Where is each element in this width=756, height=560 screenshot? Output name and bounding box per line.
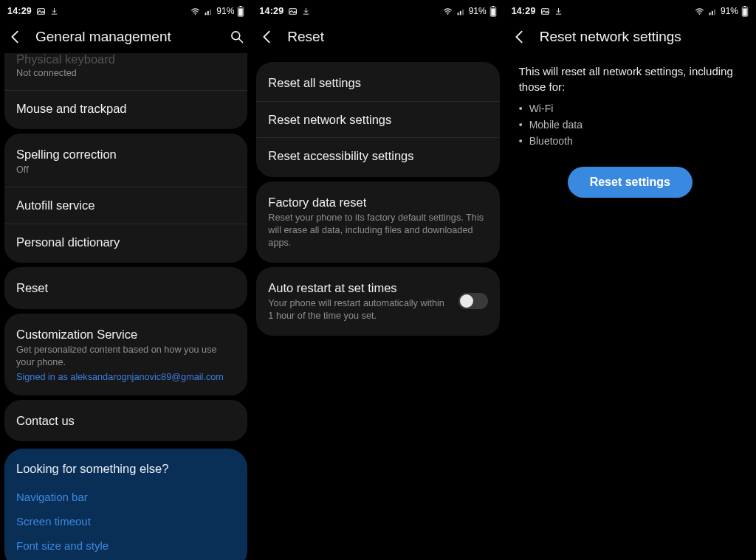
svg-rect-25 (743, 8, 747, 15)
factory-sub: Reset your phone to its factory default … (268, 212, 487, 249)
item-reset-accessibility[interactable]: Reset accessibility settings (256, 138, 499, 174)
screen-reset-network: 14:29 91% (504, 0, 756, 560)
download-icon (554, 7, 563, 16)
item-reset-network[interactable]: Reset network settings (256, 102, 499, 139)
mouse-trackpad-label: Mouse and trackpad (16, 101, 236, 117)
reset-accessibility-label: Reset accessibility settings (268, 148, 487, 164)
group-auto-restart: Auto restart at set times Your phone wil… (256, 267, 499, 336)
item-autofill-service[interactable]: Autofill service (4, 187, 247, 224)
battery-percent: 91% (216, 6, 234, 16)
reset-all-label: Reset all settings (268, 75, 487, 91)
group-reset-options: Reset all settings Reset network setting… (256, 62, 499, 177)
status-bar: 14:29 91% (252, 0, 504, 21)
reset-bullet-list: Wi-Fi Mobile data Bluetooth (504, 100, 756, 149)
item-reset-all[interactable]: Reset all settings (256, 65, 499, 102)
card-title: Looking for something else? (16, 462, 236, 476)
item-reset[interactable]: Reset (4, 270, 247, 306)
status-time: 14:29 (512, 6, 536, 16)
group-customization: Customization Service Get personalized c… (4, 314, 247, 395)
page-title: Reset (287, 29, 496, 45)
app-header: Reset network settings (504, 21, 756, 53)
auto-restart-toggle[interactable] (458, 293, 488, 309)
link-font-size-style[interactable]: Font size and style (16, 533, 236, 558)
bullet-bluetooth: Bluetooth (519, 133, 741, 149)
battery-percent: 91% (469, 6, 487, 16)
svg-rect-20 (709, 13, 711, 15)
status-time: 14:29 (259, 6, 284, 16)
group-factory-reset: Factory data reset Reset your phone to i… (256, 182, 499, 263)
app-header: General management (0, 21, 252, 53)
signal-icon (708, 7, 718, 16)
physical-keyboard-label: Physical keyboard (16, 53, 236, 66)
link-navigation-bar[interactable]: Navigation bar (16, 485, 236, 509)
signal-icon (456, 7, 466, 16)
customization-signed-in: Signed in as aleksandarognjanovic89@gmai… (16, 372, 236, 382)
factory-label: Factory data reset (268, 195, 487, 210)
image-icon (288, 7, 298, 16)
card-looking-for-else: Looking for something else? Navigation b… (4, 449, 247, 560)
download-icon (50, 7, 58, 16)
customization-sub: Get personalized content based on how yo… (16, 344, 236, 369)
signal-icon (204, 7, 213, 16)
svg-point-19 (699, 13, 700, 14)
physical-keyboard-sub: Not connected (16, 67, 236, 80)
svg-rect-14 (462, 9, 464, 15)
spelling-label: Spelling correction (16, 147, 236, 162)
bullet-wifi: Wi-Fi (519, 100, 741, 117)
screen-reset: 14:29 91% (252, 0, 504, 560)
back-icon[interactable] (259, 29, 275, 45)
page-title: General management (35, 29, 212, 45)
battery-icon (741, 6, 749, 17)
reset-label: Reset (16, 280, 236, 296)
svg-rect-12 (457, 13, 458, 15)
status-bar: 14:29 91% (0, 0, 252, 21)
customization-label: Customization Service (16, 327, 236, 342)
battery-icon (237, 6, 244, 17)
battery-percent: 91% (721, 6, 738, 16)
auto-restart-label: Auto restart at set times (268, 280, 449, 296)
svg-rect-3 (207, 10, 209, 14)
wifi-icon (190, 7, 201, 16)
group-contact: Contact us (4, 400, 247, 442)
reset-settings-button[interactable]: Reset settings (568, 167, 693, 198)
svg-rect-22 (714, 9, 715, 15)
image-icon (540, 7, 550, 16)
item-auto-restart[interactable]: Auto restart at set times Your phone wil… (256, 270, 499, 333)
auto-restart-sub: Your phone will restart automatically wi… (268, 297, 449, 322)
link-screen-timeout[interactable]: Screen timeout (16, 509, 236, 533)
back-icon[interactable] (7, 29, 24, 45)
group-reset: Reset (4, 267, 247, 309)
spelling-sub: Off (16, 164, 236, 176)
battery-icon (489, 6, 497, 17)
app-header: Reset (252, 21, 504, 53)
item-factory-reset[interactable]: Factory data reset Reset your phone to i… (256, 184, 499, 260)
download-icon (302, 7, 310, 16)
svg-rect-8 (239, 8, 244, 15)
svg-rect-2 (205, 13, 207, 15)
group-text-services: Spelling correction Off Autofill service… (4, 134, 247, 263)
item-customization-service[interactable]: Customization Service Get personalized c… (4, 317, 247, 393)
reset-network-label: Reset network settings (268, 112, 487, 128)
dictionary-label: Personal dictionary (16, 235, 236, 250)
search-icon[interactable] (224, 30, 244, 44)
status-bar: 14:29 91% (504, 0, 756, 21)
svg-rect-13 (460, 10, 461, 14)
item-mouse-trackpad[interactable]: Mouse and trackpad (4, 91, 247, 127)
autofill-label: Autofill service (16, 198, 236, 213)
item-personal-dictionary[interactable]: Personal dictionary (4, 224, 247, 260)
svg-point-11 (447, 13, 447, 14)
item-spelling-correction[interactable]: Spelling correction Off (4, 136, 247, 187)
status-time: 14:29 (7, 6, 32, 16)
bullet-mobile-data: Mobile data (519, 117, 741, 133)
screen-general-management: 14:29 91% (0, 0, 252, 560)
item-physical-keyboard[interactable]: Physical keyboard Not connected (4, 53, 247, 91)
svg-point-1 (195, 13, 196, 14)
svg-rect-17 (491, 8, 495, 15)
item-contact-us[interactable]: Contact us (4, 403, 247, 439)
wifi-icon (442, 7, 453, 16)
back-icon[interactable] (512, 29, 528, 45)
image-icon (36, 7, 46, 16)
svg-rect-21 (712, 10, 713, 14)
wifi-icon (694, 7, 705, 16)
contact-label: Contact us (16, 413, 236, 429)
